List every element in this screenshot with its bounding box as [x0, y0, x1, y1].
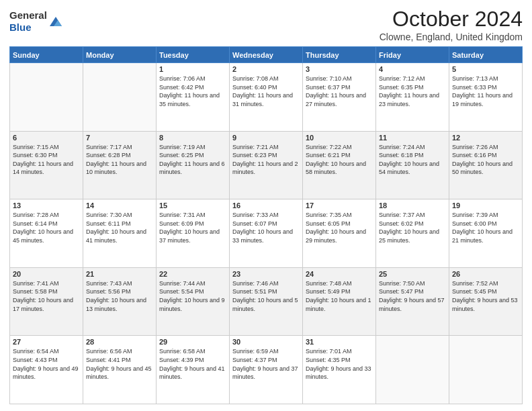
day-info: Sunrise: 7:15 AMSunset: 6:30 PMDaylight:…: [13, 143, 80, 177]
table-row: 12Sunrise: 7:26 AMSunset: 6:16 PMDayligh…: [449, 131, 523, 199]
day-info: Sunrise: 7:28 AMSunset: 6:14 PMDaylight:…: [13, 211, 80, 244]
day-number: 2: [232, 65, 300, 73]
day-number: 5: [452, 65, 519, 73]
table-row: [83, 63, 157, 132]
day-info: Sunrise: 7:46 AMSunset: 5:51 PMDaylight:…: [232, 279, 300, 313]
col-friday: Friday: [376, 47, 449, 63]
day-number: 20: [13, 270, 80, 278]
table-row: [449, 336, 523, 404]
col-sunday: Sunday: [10, 47, 83, 63]
logo-general: General: [9, 9, 47, 21]
table-row: 22Sunrise: 7:44 AMSunset: 5:54 PMDayligh…: [157, 267, 230, 336]
day-number: 3: [306, 65, 373, 73]
calendar-week-row: 27Sunrise: 6:54 AMSunset: 4:43 PMDayligh…: [10, 336, 523, 404]
day-number: 4: [379, 65, 446, 73]
day-info: Sunrise: 7:01 AMSunset: 4:35 PMDaylight:…: [306, 347, 373, 381]
day-info: Sunrise: 7:52 AMSunset: 5:45 PMDaylight:…: [452, 279, 519, 313]
day-info: Sunrise: 7:08 AMSunset: 6:40 PMDaylight:…: [232, 75, 300, 108]
col-thursday: Thursday: [303, 47, 376, 63]
day-number: 6: [13, 134, 80, 142]
day-number: 1: [159, 65, 226, 73]
day-number: 16: [232, 201, 300, 210]
table-row: 27Sunrise: 6:54 AMSunset: 4:43 PMDayligh…: [10, 336, 83, 404]
table-row: 10Sunrise: 7:22 AMSunset: 6:21 PMDayligh…: [303, 131, 376, 199]
table-row: [10, 63, 83, 132]
table-row: 19Sunrise: 7:39 AMSunset: 6:00 PMDayligh…: [449, 199, 523, 268]
col-saturday: Saturday: [449, 47, 523, 63]
table-row: 28Sunrise: 6:56 AMSunset: 4:41 PMDayligh…: [83, 336, 157, 404]
col-wednesday: Wednesday: [230, 47, 303, 63]
table-row: 11Sunrise: 7:24 AMSunset: 6:18 PMDayligh…: [376, 131, 449, 199]
day-number: 7: [86, 134, 153, 142]
table-row: 8Sunrise: 7:19 AMSunset: 6:25 PMDaylight…: [157, 131, 230, 199]
day-number: 23: [232, 270, 300, 278]
day-info: Sunrise: 7:35 AMSunset: 6:05 PMDaylight:…: [306, 211, 373, 244]
logo: General Blue: [9, 9, 63, 34]
table-row: 3Sunrise: 7:10 AMSunset: 6:37 PMDaylight…: [303, 63, 376, 132]
table-row: 14Sunrise: 7:30 AMSunset: 6:11 PMDayligh…: [83, 199, 157, 268]
day-info: Sunrise: 6:54 AMSunset: 4:43 PMDaylight:…: [13, 347, 80, 381]
calendar-week-row: 13Sunrise: 7:28 AMSunset: 6:14 PMDayligh…: [10, 199, 523, 268]
day-number: 27: [13, 338, 80, 346]
day-number: 19: [452, 201, 519, 210]
day-info: Sunrise: 6:56 AMSunset: 4:41 PMDaylight:…: [86, 347, 153, 381]
table-row: 30Sunrise: 6:59 AMSunset: 4:37 PMDayligh…: [230, 336, 303, 404]
month-title: October 2024: [380, 7, 523, 32]
day-info: Sunrise: 7:17 AMSunset: 6:28 PMDaylight:…: [86, 143, 153, 177]
day-number: 11: [379, 134, 446, 142]
day-info: Sunrise: 7:13 AMSunset: 6:33 PMDaylight:…: [452, 75, 519, 108]
table-row: 31Sunrise: 7:01 AMSunset: 4:35 PMDayligh…: [303, 336, 376, 404]
day-number: 15: [159, 201, 226, 210]
table-row: 23Sunrise: 7:46 AMSunset: 5:51 PMDayligh…: [230, 267, 303, 336]
day-number: 25: [379, 270, 446, 278]
table-row: 15Sunrise: 7:31 AMSunset: 6:09 PMDayligh…: [157, 199, 230, 268]
day-info: Sunrise: 7:06 AMSunset: 6:42 PMDaylight:…: [159, 75, 226, 108]
calendar-week-row: 20Sunrise: 7:41 AMSunset: 5:58 PMDayligh…: [10, 267, 523, 336]
calendar-week-row: 1Sunrise: 7:06 AMSunset: 6:42 PMDaylight…: [10, 63, 523, 132]
day-info: Sunrise: 7:24 AMSunset: 6:18 PMDaylight:…: [379, 143, 446, 177]
day-info: Sunrise: 7:41 AMSunset: 5:58 PMDaylight:…: [13, 279, 80, 313]
day-number: 17: [306, 201, 373, 210]
table-row: 1Sunrise: 7:06 AMSunset: 6:42 PMDaylight…: [157, 63, 230, 132]
table-row: 18Sunrise: 7:37 AMSunset: 6:02 PMDayligh…: [376, 199, 449, 268]
day-info: Sunrise: 7:21 AMSunset: 6:23 PMDaylight:…: [232, 143, 300, 177]
day-number: 18: [379, 201, 446, 210]
header-row: Sunday Monday Tuesday Wednesday Thursday…: [10, 47, 523, 63]
day-number: 24: [306, 270, 373, 278]
logo-text: General Blue: [9, 9, 47, 34]
day-number: 12: [452, 134, 519, 142]
calendar-week-row: 6Sunrise: 7:15 AMSunset: 6:30 PMDaylight…: [10, 131, 523, 199]
day-number: 30: [232, 338, 300, 346]
col-tuesday: Tuesday: [157, 47, 230, 63]
page: General Blue October 2024 Clowne, Englan…: [0, 0, 532, 411]
table-row: 5Sunrise: 7:13 AMSunset: 6:33 PMDaylight…: [449, 63, 523, 132]
table-row: 26Sunrise: 7:52 AMSunset: 5:45 PMDayligh…: [449, 267, 523, 336]
table-row: 16Sunrise: 7:33 AMSunset: 6:07 PMDayligh…: [230, 199, 303, 268]
day-number: 10: [306, 134, 373, 142]
day-info: Sunrise: 7:30 AMSunset: 6:11 PMDaylight:…: [86, 211, 153, 244]
day-number: 8: [159, 134, 226, 142]
location: Clowne, England, United Kingdom: [380, 32, 523, 42]
header: General Blue October 2024 Clowne, Englan…: [9, 7, 523, 42]
day-info: Sunrise: 7:43 AMSunset: 5:56 PMDaylight:…: [86, 279, 153, 313]
table-row: 6Sunrise: 7:15 AMSunset: 6:30 PMDaylight…: [10, 131, 83, 199]
table-row: 21Sunrise: 7:43 AMSunset: 5:56 PMDayligh…: [83, 267, 157, 336]
day-info: Sunrise: 6:59 AMSunset: 4:37 PMDaylight:…: [232, 347, 300, 381]
day-info: Sunrise: 7:48 AMSunset: 5:49 PMDaylight:…: [306, 279, 373, 313]
calendar-table: Sunday Monday Tuesday Wednesday Thursday…: [9, 46, 523, 404]
logo-icon: [48, 14, 63, 29]
table-row: 9Sunrise: 7:21 AMSunset: 6:23 PMDaylight…: [230, 131, 303, 199]
day-info: Sunrise: 6:58 AMSunset: 4:39 PMDaylight:…: [159, 347, 226, 381]
logo-blue: Blue: [9, 21, 32, 33]
day-info: Sunrise: 7:33 AMSunset: 6:07 PMDaylight:…: [232, 211, 300, 244]
table-row: 2Sunrise: 7:08 AMSunset: 6:40 PMDaylight…: [230, 63, 303, 132]
day-info: Sunrise: 7:10 AMSunset: 6:37 PMDaylight:…: [306, 75, 373, 108]
table-row: 13Sunrise: 7:28 AMSunset: 6:14 PMDayligh…: [10, 199, 83, 268]
day-number: 13: [13, 201, 80, 210]
day-info: Sunrise: 7:26 AMSunset: 6:16 PMDaylight:…: [452, 143, 519, 177]
table-row: 29Sunrise: 6:58 AMSunset: 4:39 PMDayligh…: [157, 336, 230, 404]
day-info: Sunrise: 7:50 AMSunset: 5:47 PMDaylight:…: [379, 279, 446, 313]
day-number: 28: [86, 338, 153, 346]
table-row: 24Sunrise: 7:48 AMSunset: 5:49 PMDayligh…: [303, 267, 376, 336]
day-info: Sunrise: 7:44 AMSunset: 5:54 PMDaylight:…: [159, 279, 226, 313]
